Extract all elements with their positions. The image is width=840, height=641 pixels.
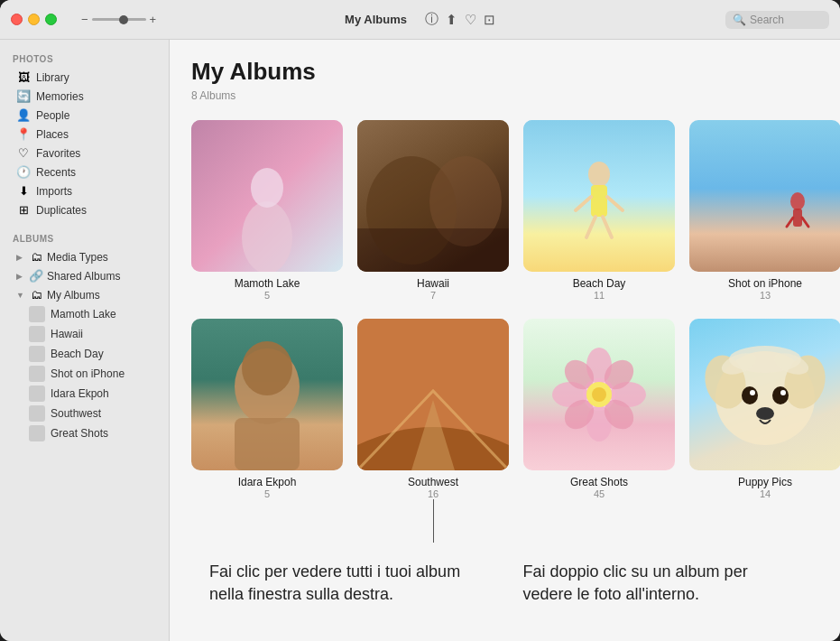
sidebar: Photos 🖼 Library 🔄 Memories 👤 People 📍 P… <box>0 40 170 641</box>
beach-day-thumb <box>29 346 45 362</box>
sidebar-group-my-albums[interactable]: ▼ 🗂 My Albums <box>4 285 165 304</box>
sidebar-group-media-types[interactable]: ▶ 🗂 Media Types <box>4 247 165 266</box>
svg-line-16 <box>787 218 793 227</box>
album-count-great-shots: 45 <box>594 488 605 499</box>
sidebar-sub-shot-on-iphone[interactable]: Shot on iPhone <box>0 364 169 384</box>
album-count-hawaii: 7 <box>430 290 436 301</box>
sidebar-item-memories[interactable]: 🔄 Memories <box>4 87 165 106</box>
titlebar: − + My Albums ⓘ ⬆ ♡ ⊡ 🔍 Search <box>0 0 840 40</box>
heart-icon[interactable]: ♡ <box>465 12 476 28</box>
recents-icon: 🕐 <box>16 165 31 179</box>
search-icon: 🔍 <box>733 14 746 26</box>
window-title: My Albums <box>345 13 407 26</box>
album-name-hawaii: Hawaii <box>417 277 449 290</box>
album-count-shot-on-iphone: 13 <box>760 290 771 301</box>
sidebar-item-places[interactable]: 📍 Places <box>4 125 165 144</box>
album-thumb-shot-on-iphone <box>689 120 840 272</box>
sidebar-group-shared-albums[interactable]: ▶ 🔗 Shared Albums <box>4 266 165 285</box>
album-name-beach-day: Beach Day <box>573 277 626 290</box>
sidebar-sub-mamoth-lake[interactable]: Mamoth Lake <box>0 304 169 324</box>
sidebar-item-library[interactable]: 🖼 Library <box>4 68 165 87</box>
share-icon[interactable]: ⬆ <box>446 12 457 28</box>
sidebar-item-imports-label: Imports <box>36 185 72 198</box>
sidebar-item-duplicates[interactable]: ⊞ Duplicates <box>4 200 165 219</box>
album-cell-shot-on-iphone[interactable]: Shot on iPhone 13 <box>689 120 840 301</box>
album-name-mamoth-lake: Mamoth Lake <box>235 277 300 290</box>
places-icon: 📍 <box>16 127 31 141</box>
album-thumb-beach-day <box>523 120 675 272</box>
album-cell-beach-day[interactable]: Beach Day 11 <box>523 120 675 301</box>
album-count-beach-day: 11 <box>594 290 605 301</box>
main-layout: Photos 🖼 Library 🔄 Memories 👤 People 📍 P… <box>0 40 840 641</box>
svg-point-40 <box>772 386 789 404</box>
album-thumb-mamoth-lake <box>191 120 343 272</box>
sidebar-item-people[interactable]: 👤 People <box>4 106 165 125</box>
southwest-thumb <box>29 405 45 422</box>
sidebar-item-recents-label: Recents <box>36 166 76 179</box>
album-count-southwest: 16 <box>428 488 438 499</box>
sidebar-item-library-label: Library <box>36 71 69 84</box>
people-icon: 👤 <box>16 108 31 122</box>
sidebar-item-memories-label: Memories <box>36 90 84 103</box>
svg-line-17 <box>802 218 808 227</box>
zoom-plus-button[interactable]: + <box>150 13 157 26</box>
svg-point-42 <box>780 390 786 395</box>
zoom-minus-button[interactable]: − <box>81 13 88 26</box>
chevron-down-icon: ▼ <box>16 291 25 300</box>
svg-point-1 <box>242 201 292 272</box>
page-title: My Albums <box>191 58 818 86</box>
album-cell-puppy-pics[interactable]: Puppy Pics 14 <box>689 319 840 499</box>
mamoth-lake-thumb <box>29 306 45 322</box>
zoom-slider[interactable] <box>92 18 146 21</box>
sidebar-item-recents[interactable]: 🕐 Recents <box>4 163 165 181</box>
sidebar-sub-southwest-label: Southwest <box>51 407 101 420</box>
sidebar-group-media-types-label: Media Types <box>47 251 108 264</box>
sidebar-item-places-label: Places <box>36 128 69 141</box>
album-cell-southwest[interactable]: Southwest 16 <box>357 319 509 499</box>
maximize-button[interactable] <box>45 14 57 25</box>
idara-ekpoh-thumb <box>29 386 45 402</box>
main-window: − + My Albums ⓘ ⬆ ♡ ⊡ 🔍 Search Photos <box>0 0 840 641</box>
sidebar-item-imports[interactable]: ⬇ Imports <box>4 181 165 200</box>
minimize-button[interactable] <box>28 14 40 25</box>
album-name-puppy-pics: Puppy Pics <box>738 476 792 488</box>
album-count-puppy-pics: 14 <box>760 488 771 499</box>
sidebar-sub-beach-day[interactable]: Beach Day <box>0 344 169 364</box>
shared-albums-icon: 🔗 <box>29 269 43 283</box>
search-input[interactable]: Search <box>750 14 822 26</box>
album-name-shot-on-iphone: Shot on iPhone <box>728 277 802 290</box>
sidebar-sub-southwest[interactable]: Southwest <box>0 404 169 423</box>
album-cell-mamoth-lake[interactable]: Mamoth Lake 5 <box>191 120 343 301</box>
callout-left-text: Fai clic per vedere tutti i tuoi album n… <box>191 552 505 615</box>
album-name-southwest: Southwest <box>408 476 458 488</box>
my-albums-icon: 🗂 <box>29 288 43 302</box>
favorites-icon: ♡ <box>16 146 31 160</box>
close-button[interactable] <box>11 14 23 25</box>
photos-section-header: Photos <box>0 47 169 68</box>
albums-section-header: Albums <box>0 227 169 247</box>
search-bar[interactable]: 🔍 Search <box>725 11 829 29</box>
sidebar-sub-beach-day-label: Beach Day <box>51 348 104 360</box>
album-thumb-southwest <box>357 319 509 470</box>
crop-icon[interactable]: ⊡ <box>484 12 495 28</box>
sidebar-item-favorites[interactable]: ♡ Favorites <box>4 144 165 163</box>
sidebar-sub-idara-ekpoh[interactable]: Idara Ekpoh <box>0 384 169 404</box>
zoom-thumb <box>119 15 128 24</box>
zoom-controls: − + <box>81 13 156 26</box>
svg-point-14 <box>790 192 805 210</box>
album-cell-idara-ekpoh[interactable]: Idara Ekpoh 5 <box>191 319 343 499</box>
album-cell-hawaii[interactable]: Hawaii 7 <box>357 120 509 301</box>
sidebar-sub-great-shots-label: Great Shots <box>51 427 108 440</box>
album-thumb-great-shots <box>523 319 675 470</box>
album-cell-great-shots[interactable]: Great Shots 45 <box>523 319 675 499</box>
sidebar-sub-great-shots[interactable]: Great Shots <box>0 423 169 443</box>
svg-point-8 <box>588 162 610 187</box>
sidebar-sub-hawaii[interactable]: Hawaii <box>0 324 169 344</box>
svg-rect-9 <box>591 185 607 217</box>
duplicates-icon: ⊞ <box>16 203 31 217</box>
hawaii-thumb <box>29 326 45 342</box>
album-count-mamoth-lake: 5 <box>264 290 270 301</box>
library-icon: 🖼 <box>16 70 31 84</box>
info-icon[interactable]: ⓘ <box>425 11 438 28</box>
sidebar-sub-mamoth-lake-label: Mamoth Lake <box>51 308 116 320</box>
